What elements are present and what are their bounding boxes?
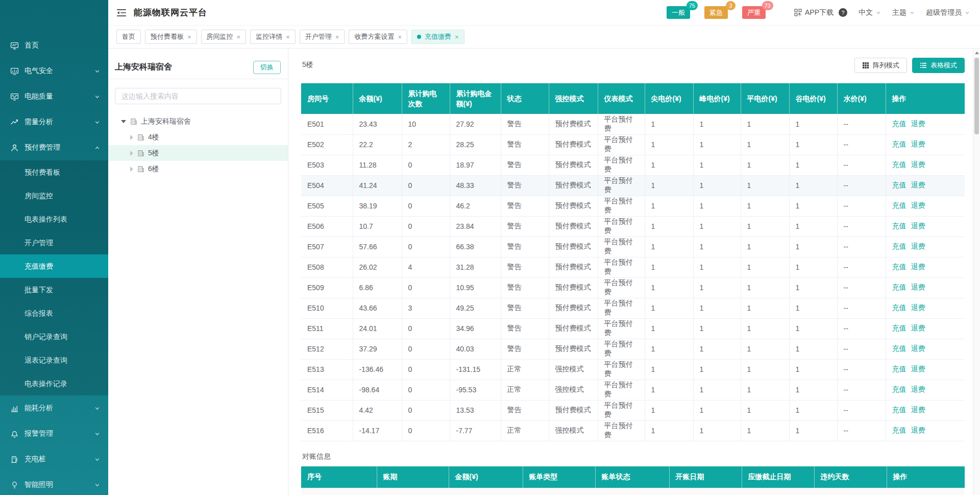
- tab-收费方案设置[interactable]: 收费方案设置×: [349, 30, 407, 44]
- sidebar-subitem[interactable]: 电表操作记录: [0, 372, 108, 395]
- tree-node-4楼[interactable]: 4楼: [108, 129, 288, 145]
- sidebar-subitem[interactable]: 电表操作列表: [0, 207, 108, 231]
- theme-dropdown[interactable]: 主题: [892, 8, 915, 17]
- recharge-link[interactable]: 充值: [892, 406, 906, 414]
- recharge-link[interactable]: 充值: [892, 201, 906, 209]
- sidebar-item[interactable]: 充电桩: [0, 446, 108, 472]
- table-cell: 1: [741, 359, 789, 380]
- sidebar-item[interactable]: 报警管理: [0, 421, 108, 446]
- recharge-link[interactable]: 充值: [892, 365, 906, 373]
- tab-监控详情[interactable]: 监控详情×: [250, 30, 296, 44]
- recharge-link[interactable]: 充值: [892, 242, 906, 250]
- sidebar-subitem[interactable]: 充值缴费: [0, 254, 108, 278]
- refund-link[interactable]: 退费: [911, 283, 925, 291]
- recharge-link[interactable]: 充值: [892, 303, 906, 312]
- sidebar-subitem[interactable]: 开户管理: [0, 231, 108, 254]
- alarm-badge[interactable]: 一般75: [667, 6, 690, 19]
- vertical-scrollbar[interactable]: [973, 49, 980, 495]
- user-dropdown[interactable]: 超级管理员: [926, 8, 970, 17]
- tab-开户管理[interactable]: 开户管理×: [300, 30, 345, 44]
- recharge-link[interactable]: 充值: [892, 426, 906, 434]
- alarm-badge[interactable]: 严重73: [742, 6, 766, 19]
- refund-link[interactable]: 退费: [911, 426, 925, 434]
- sidebar-subitem[interactable]: 退表记录查询: [0, 348, 108, 372]
- table-cell: 11.28: [353, 155, 402, 175]
- sidebar-subitem[interactable]: 批量下发: [0, 278, 108, 301]
- chevron-down-icon: [965, 10, 970, 15]
- refund-link[interactable]: 退费: [911, 344, 925, 352]
- help-icon[interactable]: ?: [839, 8, 847, 17]
- tab-首页[interactable]: 首页: [116, 30, 141, 44]
- tab-房间监控[interactable]: 房间监控×: [201, 30, 247, 44]
- switch-building-button[interactable]: 切换: [253, 61, 281, 74]
- tab-充值缴费[interactable]: 充值缴费×: [411, 30, 464, 44]
- tab-close-icon[interactable]: ×: [455, 34, 459, 40]
- sidebar-item[interactable]: 首页: [0, 33, 108, 58]
- tree-node-6楼[interactable]: 6楼: [108, 161, 288, 177]
- tab-close-icon[interactable]: ×: [286, 34, 290, 40]
- demand-analysis-icon: [10, 118, 19, 127]
- recharge-link[interactable]: 充值: [892, 263, 906, 271]
- recharge-link[interactable]: 充值: [892, 120, 906, 128]
- recharge-link[interactable]: 充值: [892, 222, 906, 230]
- refund-link[interactable]: 退费: [911, 263, 925, 271]
- refund-link[interactable]: 退费: [911, 140, 925, 148]
- recharge-link[interactable]: 充值: [892, 385, 906, 393]
- caret-right-icon[interactable]: [130, 167, 133, 172]
- scroll-up-arrow[interactable]: [973, 49, 980, 57]
- tab-close-icon[interactable]: ×: [237, 34, 241, 40]
- refund-link[interactable]: 退费: [911, 324, 925, 332]
- refund-link[interactable]: 退费: [911, 222, 925, 230]
- refund-link[interactable]: 退费: [911, 160, 925, 169]
- tab-close-icon[interactable]: ×: [335, 34, 339, 40]
- table-cell: 预付费模式: [549, 298, 598, 318]
- search-input[interactable]: [115, 88, 281, 104]
- sidebar-item[interactable]: 能耗分析: [0, 395, 108, 421]
- sidebar-subitem[interactable]: 综合报表: [0, 301, 108, 325]
- table-cell-actions: 充值退费: [886, 114, 965, 134]
- scrollbar-thumb[interactable]: [974, 58, 979, 134]
- alarm-badge[interactable]: 紧急3: [704, 6, 728, 19]
- tree-node-上海安科瑞宿舍[interactable]: 上海安科瑞宿舍: [108, 113, 288, 129]
- refund-link[interactable]: 退费: [911, 242, 925, 250]
- alarm-badge-count: 3: [726, 1, 736, 10]
- table-cell: 平台预付费: [598, 257, 645, 277]
- recharge-link[interactable]: 充值: [892, 324, 906, 332]
- sidebar-item[interactable]: 智能照明: [0, 472, 108, 495]
- sidebar-subitem[interactable]: 房间监控: [0, 184, 108, 207]
- recharge-link[interactable]: 充值: [892, 283, 906, 291]
- caret-right-icon[interactable]: [130, 135, 133, 140]
- collapse-menu-icon[interactable]: [116, 8, 127, 17]
- table-cell: 平台预付费: [598, 318, 645, 339]
- sidebar-item[interactable]: 电能质量: [0, 84, 108, 109]
- caret-down-icon[interactable]: [121, 120, 126, 123]
- refund-link[interactable]: 退费: [911, 406, 925, 414]
- table-mode-button[interactable]: 表格模式: [912, 58, 965, 73]
- recharge-link[interactable]: 充值: [892, 344, 906, 352]
- tab-预付费看板[interactable]: 预付费看板×: [145, 30, 197, 44]
- recharge-link[interactable]: 充值: [892, 160, 906, 169]
- table-cell: 1: [789, 420, 837, 441]
- grid-mode-button[interactable]: 阵列模式: [854, 58, 907, 73]
- refund-link[interactable]: 退费: [911, 201, 925, 209]
- sidebar-subitem[interactable]: 销户记录查询: [0, 325, 108, 348]
- sidebar-item[interactable]: 预付费管理: [0, 135, 108, 160]
- refund-link[interactable]: 退费: [911, 385, 925, 393]
- recharge-link[interactable]: 充值: [892, 181, 906, 189]
- refund-link[interactable]: 退费: [911, 181, 925, 189]
- language-dropdown[interactable]: 中文: [859, 8, 881, 17]
- refund-link[interactable]: 退费: [911, 303, 925, 312]
- sidebar-subitem[interactable]: 预付费看板: [0, 160, 108, 184]
- sidebar-menu: 首页电气安全电能质量需量分析预付费管理预付费看板房间监控电表操作列表开户管理充值…: [0, 0, 108, 495]
- tab-close-icon[interactable]: ×: [398, 34, 402, 40]
- sidebar-item[interactable]: 需量分析: [0, 109, 108, 135]
- tab-close-icon[interactable]: ×: [187, 34, 191, 40]
- caret-right-icon[interactable]: [130, 151, 133, 156]
- sidebar-item[interactable]: 电气安全: [0, 58, 108, 84]
- refund-link[interactable]: 退费: [911, 365, 925, 373]
- app-download-button[interactable]: APP下载: [794, 8, 834, 17]
- refund-link[interactable]: 退费: [911, 120, 925, 128]
- recharge-link[interactable]: 充值: [892, 140, 906, 148]
- building-panel: 上海安科瑞宿舍 切换 上海安科瑞宿舍4楼5楼6楼: [108, 49, 288, 495]
- tree-node-5楼[interactable]: 5楼: [108, 145, 288, 161]
